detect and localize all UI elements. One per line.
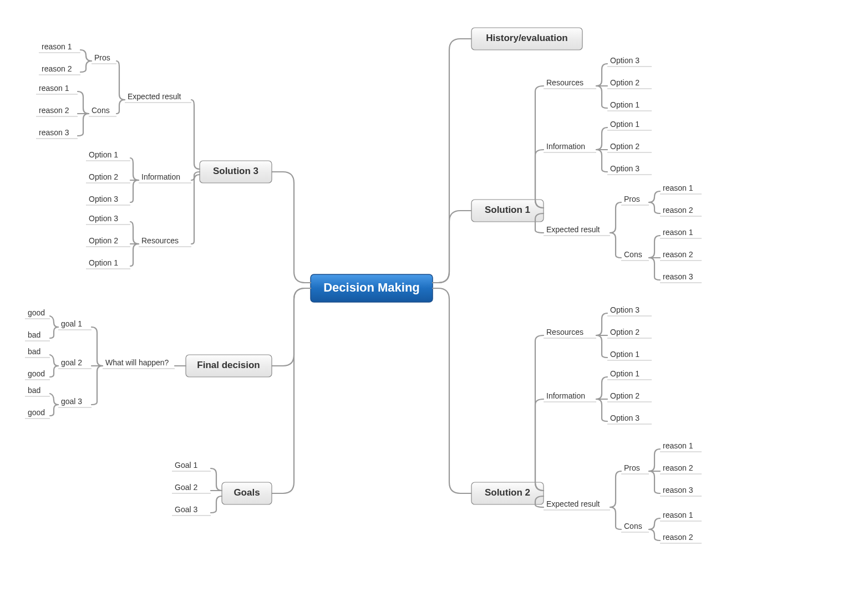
s2-res-opt2[interactable]: Option 2	[607, 328, 652, 338]
svg-text:Option 2: Option 2	[610, 142, 639, 151]
s3-info-opt2[interactable]: Option 2	[86, 172, 130, 183]
branch-final-decision[interactable]: Final decision	[186, 355, 272, 377]
s1-resources-label: Resources	[546, 78, 583, 87]
fd-g2-good[interactable]: good	[25, 369, 50, 380]
svg-text:Option 1: Option 1	[89, 150, 118, 159]
svg-text:Option 2: Option 2	[610, 328, 639, 336]
s1-res-opt3[interactable]: Option 3	[607, 56, 652, 67]
s2-info-opt1[interactable]: Option 1	[607, 369, 652, 380]
s3-cons-r2[interactable]: reason 2	[36, 106, 78, 116]
s3-information[interactable]: Information	[139, 172, 191, 183]
root-label: Decision Making	[323, 280, 420, 294]
s2-res-opt1[interactable]: Option 1	[607, 350, 652, 360]
final-decision-label: Final decision	[197, 360, 260, 370]
s3-info-opt3[interactable]: Option 3	[86, 195, 130, 205]
s2-pros[interactable]: Pros	[621, 463, 649, 474]
s3-pros-r1[interactable]: reason 1	[39, 42, 80, 53]
s1-pros-r1[interactable]: reason 1	[660, 183, 702, 194]
svg-text:reason 2: reason 2	[663, 463, 693, 472]
svg-text:Option 3: Option 3	[610, 56, 639, 65]
s3-res-opt2[interactable]: Option 2	[86, 236, 130, 247]
s1-expected[interactable]: Expected result	[544, 225, 610, 236]
fd-g2[interactable]: goal 2	[58, 358, 92, 369]
s1-info-opt2[interactable]: Option 2	[607, 142, 652, 152]
svg-text:Information: Information	[546, 391, 585, 400]
branch-history[interactable]: History/evaluation	[471, 28, 582, 50]
svg-text:Goal 2: Goal 2	[175, 483, 197, 492]
fd-g1-good[interactable]: good	[25, 308, 50, 319]
goals-g3[interactable]: Goal 3	[172, 505, 211, 516]
fd-g1-bad[interactable]: bad	[25, 330, 50, 341]
svg-text:Option 3: Option 3	[610, 305, 639, 314]
svg-text:Pros: Pros	[624, 195, 640, 203]
goals-label: Goals	[234, 487, 260, 498]
mindmap-canvas: Decision Making History/evaluation Solut…	[0, 0, 868, 602]
svg-text:bad: bad	[28, 330, 40, 339]
svg-text:reason 1: reason 1	[663, 511, 693, 519]
s3-cons[interactable]: Cons	[89, 106, 116, 116]
s2-cons-r1[interactable]: reason 1	[660, 511, 702, 521]
s1-pros-r2[interactable]: reason 2	[660, 206, 702, 216]
s1-info-opt1[interactable]: Option 1	[607, 120, 652, 130]
svg-text:Goal 3: Goal 3	[175, 505, 197, 514]
s2-pros-r1[interactable]: reason 1	[660, 441, 702, 452]
svg-text:Resources: Resources	[141, 236, 179, 245]
s1-cons-r3[interactable]: reason 3	[660, 272, 702, 283]
s1-info-label: Information	[546, 142, 585, 151]
fd-g3[interactable]: goal 3	[58, 397, 92, 407]
s1-res-opt1[interactable]: Option 1	[607, 100, 652, 111]
svg-text:reason 1: reason 1	[663, 228, 693, 237]
s2-res-opt3[interactable]: Option 3	[607, 305, 652, 316]
s1-information[interactable]: Information	[544, 142, 596, 152]
svg-text:good: good	[28, 308, 45, 317]
svg-text:Option 2: Option 2	[89, 172, 118, 181]
svg-text:bad: bad	[28, 386, 40, 395]
s1-cons[interactable]: Cons	[621, 250, 649, 261]
s3-pros[interactable]: Pros	[92, 53, 116, 64]
s3-expected[interactable]: Expected result	[125, 92, 191, 103]
svg-text:Option 3: Option 3	[610, 164, 639, 173]
s1-resources[interactable]: Resources	[544, 78, 596, 89]
svg-text:reason 2: reason 2	[42, 64, 72, 73]
s2-information[interactable]: Information	[544, 391, 596, 402]
s3-resources[interactable]: Resources	[139, 236, 191, 247]
solution3-label: Solution 3	[213, 166, 258, 176]
s3-pros-r2[interactable]: reason 2	[39, 64, 80, 75]
fd-g1[interactable]: goal 1	[58, 319, 92, 330]
fd-g3-bad[interactable]: bad	[25, 386, 50, 396]
history-label: History/evaluation	[486, 33, 567, 43]
s2-pros-r2[interactable]: reason 2	[660, 463, 702, 474]
s1-cons-r1[interactable]: reason 1	[660, 228, 702, 238]
svg-text:Expected result: Expected result	[128, 92, 181, 101]
svg-text:good: good	[28, 408, 45, 417]
s2-info-opt2[interactable]: Option 2	[607, 391, 652, 402]
svg-text:reason 3: reason 3	[39, 128, 69, 137]
s3-cons-r3[interactable]: reason 3	[36, 128, 78, 139]
s2-resources[interactable]: Resources	[544, 328, 596, 338]
s3-res-opt3[interactable]: Option 3	[86, 214, 130, 225]
branch-solution3[interactable]: Solution 3	[200, 161, 272, 183]
branch-solution2[interactable]: Solution 2	[471, 482, 544, 504]
s2-info-opt3[interactable]: Option 3	[607, 414, 652, 424]
s1-cons-r2[interactable]: reason 2	[660, 250, 702, 261]
s3-cons-r1[interactable]: reason 1	[36, 84, 78, 94]
s2-cons[interactable]: Cons	[621, 522, 649, 532]
fd-g3-good[interactable]: good	[25, 408, 50, 419]
branch-solution1[interactable]: Solution 1	[471, 200, 544, 222]
svg-text:reason 1: reason 1	[663, 183, 693, 192]
s1-info-opt3[interactable]: Option 3	[607, 164, 652, 175]
root-node[interactable]: Decision Making	[311, 274, 433, 302]
svg-text:Goal 1: Goal 1	[175, 461, 197, 470]
s1-pros[interactable]: Pros	[621, 195, 649, 205]
s3-res-opt1[interactable]: Option 1	[86, 258, 130, 269]
fd-g2-bad[interactable]: bad	[25, 347, 50, 358]
s2-cons-r2[interactable]: reason 2	[660, 533, 702, 543]
fd-wwh[interactable]: What will happen?	[103, 358, 175, 369]
s1-res-opt2[interactable]: Option 2	[607, 78, 652, 89]
s3-info-opt1[interactable]: Option 1	[86, 150, 130, 161]
s2-expected[interactable]: Expected result	[544, 499, 610, 510]
s2-pros-r3[interactable]: reason 3	[660, 486, 702, 496]
branch-goals[interactable]: Goals	[222, 482, 272, 504]
goals-g2[interactable]: Goal 2	[172, 483, 211, 493]
goals-g1[interactable]: Goal 1	[172, 461, 211, 471]
